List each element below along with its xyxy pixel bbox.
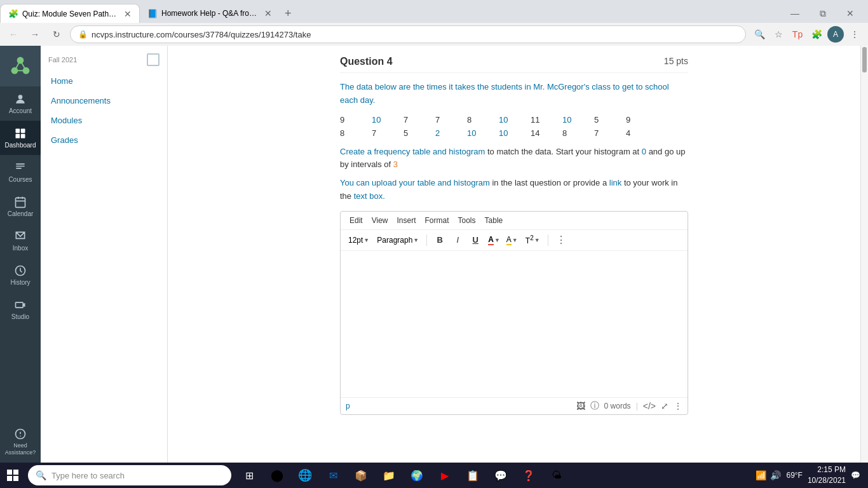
underline-button[interactable]: U (468, 233, 483, 248)
bold-button[interactable]: B (432, 233, 447, 248)
d1-10: 9 (626, 115, 658, 125)
taskbar-app-discord[interactable]: 💬 (488, 463, 513, 488)
d2-6[interactable]: 10 (499, 128, 531, 138)
d2-4[interactable]: 2 (435, 128, 467, 138)
bookmark-icon[interactable]: ☆ (770, 26, 787, 43)
network-icon[interactable]: 📶 (756, 470, 766, 480)
restore-button[interactable]: ⧉ (811, 4, 835, 23)
highlight-color-dropdown[interactable]: A ▼ (504, 234, 520, 247)
taskbar-search-box[interactable]: 🔍 Type here to search (28, 465, 231, 485)
notification-icon[interactable]: 💬 (851, 471, 860, 480)
sidebar-item-assistance[interactable]: Need Assistance? (0, 421, 41, 463)
rte-menubar: Edit View Insert Format Tools Table (341, 212, 688, 230)
sidebar-item-account[interactable]: Account (0, 86, 41, 121)
search-icon[interactable]: 🔍 (751, 26, 768, 43)
svg-rect-22 (13, 470, 18, 475)
taskbar-app-edge[interactable]: 🌐 (292, 463, 318, 488)
canvas-nav-announcements[interactable]: Announcements (41, 91, 167, 111)
rte-body[interactable] (341, 251, 688, 397)
refresh-button[interactable]: ↻ (48, 26, 65, 43)
time-display: 2:15 PM (808, 464, 846, 475)
instruction-2: You can upload your table and histogram … (340, 177, 688, 203)
sidebar-item-history-label: History (10, 279, 30, 286)
rte-menu-insert[interactable]: Insert (393, 214, 419, 227)
sidebar-item-courses[interactable]: Courses (0, 155, 41, 189)
taskbar-app-dropbox[interactable]: 📦 (348, 463, 374, 488)
media-icon[interactable]: 🖼 (576, 401, 585, 411)
rte-menu-table[interactable]: Table (481, 214, 507, 227)
sidebar-item-assistance-label: Need Assistance? (3, 442, 38, 456)
question-points: 15 pts (664, 56, 688, 66)
svg-rect-24 (13, 476, 18, 481)
rte-menu-format[interactable]: Format (421, 214, 453, 227)
d1-8[interactable]: 10 (562, 115, 594, 125)
taskbar-app-task-view[interactable]: ⊞ (236, 463, 262, 488)
tab2-close[interactable]: ✕ (264, 8, 272, 18)
svg-rect-23 (7, 476, 12, 481)
code-icon[interactable]: </> (643, 401, 656, 411)
superscript-chevron: ▼ (534, 237, 540, 243)
canvas-nav-grades[interactable]: Grades (41, 130, 167, 150)
rte-menu-tools[interactable]: Tools (454, 214, 480, 227)
taskbar-app-sticky[interactable]: 📋 (460, 463, 485, 488)
d1-6[interactable]: 10 (499, 115, 531, 125)
tab-active[interactable]: 🧩 Quiz: Module Seven Pathway Tw... ✕ (0, 4, 140, 23)
italic-button[interactable]: I (450, 233, 465, 248)
more-options-icon[interactable]: ⋮ (674, 401, 682, 411)
superscript-dropdown[interactable]: T2 ▼ (523, 233, 543, 247)
new-tab-button[interactable]: + (280, 4, 297, 23)
rte-footer-right: 🖼 ⓘ 0 words | </> ⤢ ⋮ (576, 400, 682, 412)
url-input[interactable]: 🔒 ncvps.instructure.com/courses/37784/qu… (70, 25, 746, 43)
menu-icon[interactable]: ⋮ (846, 26, 863, 43)
d1-9: 5 (594, 115, 626, 125)
d2-1: 8 (340, 128, 372, 138)
info-icon[interactable]: ⓘ (590, 400, 599, 412)
taskbar-app-help[interactable]: ❓ (516, 463, 541, 488)
rte-menu-edit[interactable]: Edit (346, 214, 367, 227)
canvas-nav-modules[interactable]: Modules (41, 111, 167, 130)
d1-2[interactable]: 10 (372, 115, 403, 125)
taskbar-app-chrome[interactable]: 🌍 (404, 463, 430, 488)
back-button[interactable]: ← (5, 26, 22, 43)
tab-inactive[interactable]: 📘 Homework Help - Q&A from On... ✕ (140, 4, 280, 23)
sidebar-item-account-label: Account (9, 107, 32, 114)
quiz-container: Question 4 15 pts The data below are the… (330, 46, 698, 425)
profile-icon[interactable]: A (827, 26, 844, 43)
expand-icon[interactable]: ⤢ (661, 401, 668, 411)
taskbar-app-youtube[interactable]: ▶ (432, 463, 458, 488)
close-button[interactable]: ✕ (837, 4, 863, 23)
tab1-close[interactable]: ✕ (124, 9, 132, 19)
minimize-button[interactable]: — (782, 4, 808, 23)
d2-7: 14 (531, 128, 562, 138)
sidebar-item-calendar[interactable]: Calendar (0, 189, 41, 224)
sidebar-item-inbox[interactable]: Inbox (0, 224, 41, 258)
toolbar-sep-1 (426, 234, 427, 246)
taskbar-app-mail[interactable]: ✉ (320, 463, 346, 488)
taskbar-app-cortana[interactable]: ⬤ (264, 463, 290, 488)
svg-point-6 (18, 95, 23, 99)
sidebar-item-dashboard[interactable]: Dashboard (0, 121, 41, 155)
taskbar-app-files[interactable]: 📁 (376, 463, 402, 488)
sidebar-item-history[interactable]: History (0, 258, 41, 292)
highlight-chevron: ▼ (512, 237, 518, 243)
taskbar-clock[interactable]: 2:15 PM 10/28/2021 (808, 464, 846, 486)
paragraph-style-dropdown[interactable]: Paragraph ▼ (374, 234, 421, 246)
start-button[interactable] (0, 463, 25, 488)
extensions-button[interactable]: 🧩 (808, 26, 825, 43)
sidebar-item-studio[interactable]: Studio (0, 292, 41, 327)
extension-icon[interactable]: Tp (789, 26, 806, 43)
sidebar-checkbox[interactable] (147, 53, 159, 66)
canvas-nav-home[interactable]: Home (41, 71, 167, 91)
question-description: The data below are the times it takes th… (340, 81, 688, 107)
volume-icon[interactable]: 🔊 (770, 470, 781, 480)
taskbar-app-weather[interactable]: 🌤 (544, 463, 569, 488)
font-size-dropdown[interactable]: 12pt ▼ (346, 234, 372, 246)
right-scrollbar[interactable] (860, 46, 868, 488)
forward-button[interactable]: → (27, 26, 43, 43)
data-row-1: 9 10 7 7 8 10 11 10 5 9 (340, 115, 688, 125)
d2-5[interactable]: 10 (467, 128, 499, 138)
rte-menu-view[interactable]: View (368, 214, 392, 227)
more-tools-button[interactable]: ⋮ (553, 233, 569, 248)
address-bar: ← → ↻ 🔒 ncvps.instructure.com/courses/37… (0, 23, 868, 46)
font-color-dropdown[interactable]: A ▼ (485, 234, 503, 247)
